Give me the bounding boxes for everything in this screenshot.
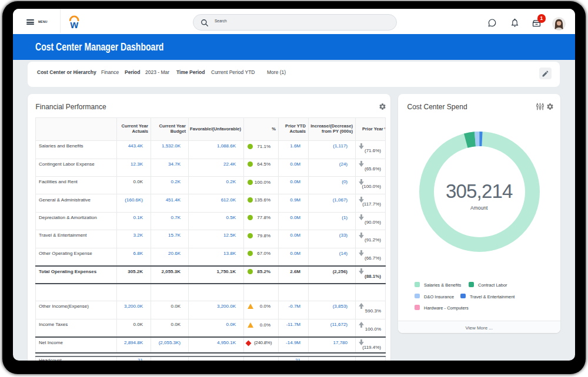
svg-text:w: w <box>69 19 78 31</box>
